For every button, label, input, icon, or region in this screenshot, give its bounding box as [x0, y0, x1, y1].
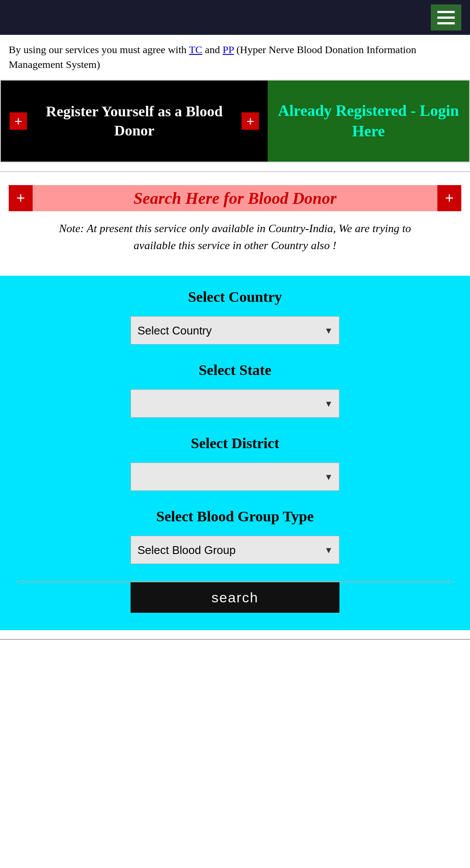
state-select-wrapper: ▼ — [17, 389, 453, 418]
district-select-wrapper: ▼ — [17, 463, 453, 491]
register-login-section: + Register Yourself as a Blood Donor + A… — [0, 80, 470, 162]
hamburger-line-1 — [437, 11, 455, 13]
state-select[interactable] — [131, 389, 339, 418]
blood-group-select-container: Select Blood Group A+ A- B+ B- AB+ AB- O… — [131, 536, 339, 564]
state-select-container: ▼ — [131, 389, 339, 418]
bottom-divider — [0, 639, 470, 640]
pp-link[interactable]: PP — [223, 44, 234, 55]
register-text: Register Yourself as a Blood Donor — [31, 102, 237, 140]
header — [0, 0, 470, 35]
search-button[interactable]: search — [131, 582, 339, 613]
tc-link[interactable]: TC — [189, 44, 202, 55]
country-label: Select Country — [17, 289, 453, 305]
hamburger-line-2 — [437, 17, 455, 19]
search-plus-left: + — [9, 185, 33, 211]
search-plus-right: + — [437, 185, 461, 211]
blood-group-group: Select Blood Group Type Select Blood Gro… — [17, 508, 453, 564]
notice-text-between: and — [202, 44, 223, 55]
notice-text-before: By using our services you must agree wit… — [9, 44, 189, 55]
search-section: + Search Here for Blood Donor + Note: At… — [0, 181, 470, 267]
blood-group-label: Select Blood Group Type — [17, 508, 453, 525]
hamburger-line-3 — [437, 22, 455, 24]
login-panel[interactable]: Already Registered - Login Here — [268, 81, 469, 162]
register-panel-inner: + Register Yourself as a Blood Donor + — [10, 102, 259, 140]
district-label: Select District — [17, 435, 453, 452]
notice-bar: By using our services you must agree wit… — [0, 35, 470, 80]
country-select-wrapper: Select Country India ▼ — [17, 316, 453, 344]
register-panel[interactable]: + Register Yourself as a Blood Donor + — [1, 81, 268, 162]
state-group: Select State ▼ — [17, 362, 453, 418]
country-select[interactable]: Select Country India — [131, 316, 339, 344]
divider-1 — [0, 171, 470, 172]
search-btn-wrapper: search — [17, 581, 453, 613]
search-heading-text: Search Here for Blood Donor — [33, 185, 437, 211]
hamburger-button[interactable] — [431, 4, 461, 30]
register-plus-right: + — [242, 112, 259, 130]
register-plus-left: + — [10, 112, 27, 130]
blood-group-select[interactable]: Select Blood Group A+ A- B+ B- AB+ AB- O… — [131, 536, 339, 564]
login-text: Already Registered - Login Here — [276, 101, 460, 142]
form-section: Select Country Select Country India ▼ Se… — [0, 276, 470, 630]
district-select-container: ▼ — [131, 463, 339, 491]
district-group: Select District ▼ — [17, 435, 453, 491]
country-group: Select Country Select Country India ▼ — [17, 289, 453, 344]
district-select[interactable] — [131, 463, 339, 491]
blood-group-select-wrapper: Select Blood Group A+ A- B+ B- AB+ AB- O… — [17, 536, 453, 564]
note-text: Note: At present this service only avail… — [39, 220, 431, 254]
search-heading-bar: + Search Here for Blood Donor + — [9, 185, 461, 211]
country-select-container: Select Country India ▼ — [131, 316, 339, 344]
state-label: Select State — [17, 362, 453, 378]
